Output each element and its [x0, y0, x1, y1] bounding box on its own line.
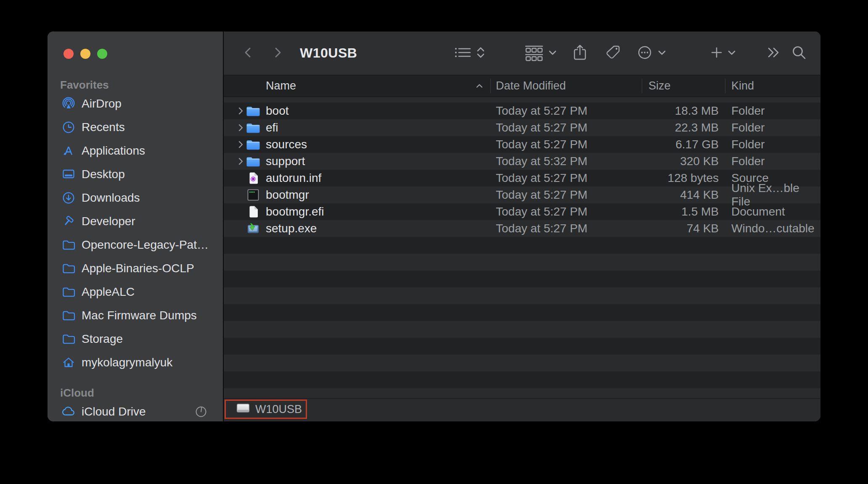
window-title: W10USB [300, 32, 357, 75]
folder-icon [62, 309, 75, 322]
sidebar-item-recents[interactable]: Recents [48, 116, 223, 139]
annotation-highlight-box: W10USB [225, 400, 307, 419]
favorites-list: AirDrop Recents Applications Desktop Dow… [48, 92, 223, 374]
file-name: sources [266, 136, 307, 153]
list-view-icon [455, 45, 471, 61]
ellipsis-circle-icon [637, 45, 653, 62]
minimize-window-button[interactable] [80, 49, 90, 59]
folder-icon [62, 238, 75, 252]
file-row-bootmgr-efi[interactable]: bootmgr.efi Today at 5:27 PM 1.5 MB Docu… [224, 203, 820, 220]
file-row-sources[interactable]: sources Today at 5:27 PM 6.17 GB Folder [224, 136, 820, 153]
path-bar-volume[interactable]: W10USB [255, 403, 302, 416]
file-size: 128 bytes [642, 170, 719, 187]
sidebar-item-applealc[interactable]: AppleALC [48, 280, 223, 304]
file-name: support [266, 153, 305, 170]
disk-icon [236, 403, 250, 415]
sidebar-item-label: Desktop [82, 168, 125, 181]
chevron-down-icon [727, 47, 737, 59]
column-divider[interactable] [642, 79, 642, 93]
airdrop-icon [62, 97, 75, 110]
sidebar-item-label: Downloads [82, 191, 140, 205]
sidebar-item-label: iCloud Drive [82, 405, 146, 418]
sidebar-item-opencore-legacy-patcher[interactable]: Opencore-Legacy-Pat… [48, 233, 223, 257]
sidebar-item-label: mykolagrymalyuk [82, 356, 172, 369]
file-kind: Document [731, 203, 785, 220]
zoom-window-button[interactable] [97, 49, 107, 59]
folder-icon [62, 332, 75, 346]
file-name: bootmgr.efi [266, 203, 324, 220]
file-size: 6.17 GB [642, 136, 719, 153]
sidebar-item-label: AirDrop [82, 97, 122, 110]
search-button[interactable] [788, 32, 810, 75]
home-icon [62, 356, 75, 369]
disclosure-chevron-icon[interactable] [236, 103, 245, 119]
unix-executable-icon [246, 187, 261, 203]
clock-icon [62, 121, 75, 134]
sidebar-item-desktop[interactable]: Desktop [48, 163, 223, 186]
new-item-button[interactable] [708, 32, 739, 75]
file-date: Today at 5:27 PM [496, 187, 587, 203]
file-row-support[interactable]: support Today at 5:32 PM 320 KB Folder [224, 153, 820, 170]
hammer-icon [62, 215, 75, 228]
file-date: Today at 5:27 PM [496, 119, 587, 136]
file-row-boot[interactable]: boot Today at 5:27 PM 18.3 MB Folder [224, 103, 820, 119]
file-name: boot [266, 103, 289, 119]
file-row-bootmgr[interactable]: bootmgr Today at 5:27 PM 414 KB Unix Ex…… [224, 187, 820, 203]
file-date: Today at 5:27 PM [496, 220, 587, 237]
share-button[interactable] [569, 32, 590, 75]
file-size: 74 KB [642, 220, 719, 237]
file-kind: Folder [731, 153, 765, 170]
sort-ascending-icon [475, 75, 484, 97]
double-chevron-right-icon [765, 46, 781, 60]
file-size: 320 KB [642, 153, 719, 170]
sidebar-item-developer[interactable]: Developer [48, 210, 223, 233]
tags-button[interactable] [602, 32, 625, 75]
sidebar-item-storage[interactable]: Storage [48, 327, 223, 351]
sidebar-item-applications[interactable]: Applications [48, 139, 223, 163]
folder-icon [62, 285, 75, 299]
column-header: Name Date Modified Size Kind [224, 75, 820, 97]
back-button[interactable] [241, 32, 256, 75]
file-name: autorun.inf [266, 170, 321, 187]
chevron-up-down-icon [476, 45, 486, 61]
file-row-efi[interactable]: efi Today at 5:27 PM 22.3 MB Folder [224, 119, 820, 136]
file-kind: Unix Ex…ble File [731, 187, 820, 203]
group-by-button[interactable] [522, 32, 560, 75]
folder-icon [246, 136, 261, 153]
forward-button[interactable] [270, 32, 285, 75]
sidebar-item-downloads[interactable]: Downloads [48, 186, 223, 210]
column-header-size[interactable]: Size [648, 75, 671, 97]
sidebar-item-label: Developer [82, 215, 135, 228]
path-bar: W10USB [224, 398, 820, 421]
disclosure-chevron-icon[interactable] [236, 136, 245, 153]
disclosure-chevron-icon[interactable] [236, 119, 245, 136]
file-date: Today at 5:27 PM [496, 170, 587, 187]
finder-window: Favorites AirDrop Recents Applications D… [48, 32, 820, 421]
column-header-date-modified[interactable]: Date Modified [496, 75, 566, 97]
disclosure-chevron-icon[interactable] [236, 153, 245, 170]
column-header-name[interactable]: Name [266, 75, 296, 97]
column-divider[interactable] [725, 79, 725, 93]
folder-icon [246, 119, 261, 136]
column-divider[interactable] [490, 79, 491, 93]
sidebar-item-apple-binaries-oclp[interactable]: Apple-Binaries-OCLP [48, 257, 223, 280]
sidebar-item-label: AppleALC [82, 285, 135, 299]
toolbar-overflow-button[interactable] [763, 32, 784, 75]
file-name: setup.exe [266, 220, 317, 237]
tag-icon [605, 45, 621, 62]
view-mode-button[interactable] [453, 32, 488, 75]
file-name: efi [266, 119, 278, 136]
folder-icon [246, 153, 261, 170]
sidebar-item-home[interactable]: mykolagrymalyuk [48, 351, 223, 374]
file-row-setup-exe[interactable]: setup.exe Today at 5:27 PM 74 KB Windo…c… [224, 220, 820, 237]
sidebar-item-mac-firmware-dumps[interactable]: Mac Firmware Dumps [48, 304, 223, 327]
folder-icon [246, 103, 261, 119]
close-window-button[interactable] [64, 49, 74, 59]
toolbar: W10USB [224, 32, 820, 75]
file-size: 414 KB [642, 187, 719, 203]
document-icon [246, 203, 261, 220]
column-header-kind[interactable]: Kind [731, 75, 754, 97]
more-actions-button[interactable] [634, 32, 670, 75]
sidebar-item-airdrop[interactable]: AirDrop [48, 92, 223, 116]
icloud-section-label: iCloud [60, 387, 94, 400]
